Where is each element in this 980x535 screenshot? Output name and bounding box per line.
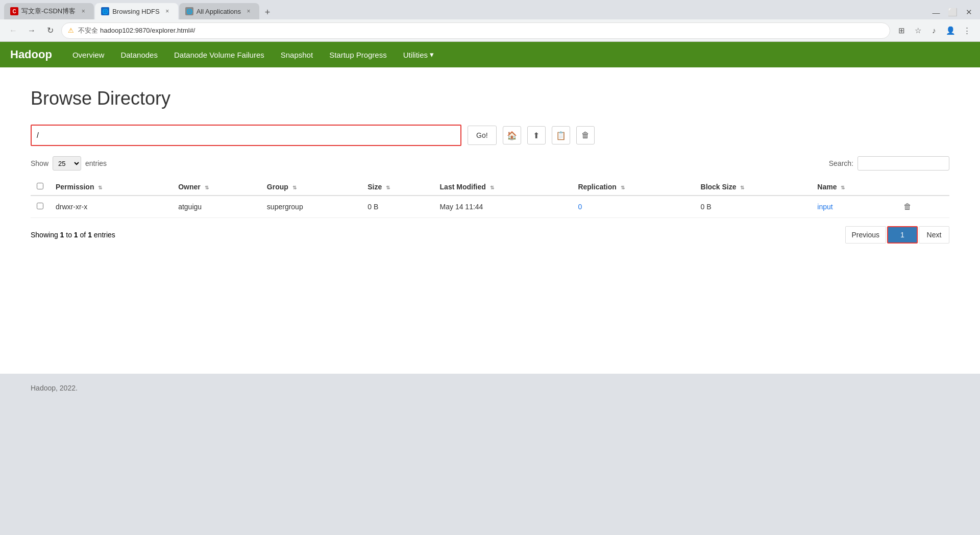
showing-text: Showing 1 to 1 of 1 entries [31, 231, 115, 239]
mkdir-icon: 📋 [556, 131, 566, 140]
tab-favicon-apps: 🌐 [185, 7, 193, 15]
tab-hdfs[interactable]: 🌐 Browsing HDFS × [95, 3, 178, 19]
tab-favicon-csdn: C [10, 7, 18, 15]
new-tab-button[interactable]: + [260, 5, 275, 19]
tab-all-apps[interactable]: 🌐 All Applications × [179, 3, 259, 19]
previous-button[interactable]: Previous [845, 226, 886, 244]
profile-button[interactable]: 👤 [943, 23, 958, 38]
row-name: input [811, 196, 894, 218]
select-all-checkbox[interactable] [37, 183, 43, 189]
go-button[interactable]: Go! [468, 126, 497, 145]
table-row: drwxr-xr-x atguigu supergroup 0 B May 14… [31, 196, 949, 218]
translate-button[interactable]: ⊞ [894, 23, 909, 38]
menu-button[interactable]: ⋮ [960, 23, 974, 38]
delete-row-button[interactable]: 🗑 [900, 201, 915, 212]
tab-close-apps[interactable]: × [244, 7, 253, 16]
col-header-last-modified[interactable]: Last Modified ⇅ [434, 179, 572, 196]
tab-close-hdfs[interactable]: × [163, 7, 172, 16]
home-icon-button[interactable]: 🏠 [503, 126, 521, 144]
bookmark-button[interactable]: ☆ [911, 23, 925, 38]
show-label: Show [31, 159, 48, 167]
nav-startup-progress[interactable]: Startup Progress [321, 42, 395, 67]
entries-select[interactable]: 10 25 50 100 [53, 156, 81, 171]
footer-text: Hadoop, 2022. [31, 384, 78, 392]
row-delete-cell: 🗑 [894, 196, 949, 218]
tab-csdn[interactable]: C 写文章-CSDN博客 × [4, 3, 94, 19]
tab-title-hdfs: Browsing HDFS [112, 8, 159, 15]
pagination-buttons: Previous 1 Next [845, 226, 949, 244]
minimize-button[interactable]: — [929, 5, 943, 19]
sort-icon-last-modified: ⇅ [490, 185, 494, 190]
col-header-owner[interactable]: Owner ⇅ [172, 179, 261, 196]
col-header-size[interactable]: Size ⇅ [361, 179, 433, 196]
table-header-row: Permission ⇅ Owner ⇅ Group ⇅ Size ⇅ [31, 179, 949, 196]
upload-icon-button[interactable]: ⬆ [527, 126, 546, 144]
trash-icon-button[interactable]: 🗑 [576, 126, 595, 144]
home-icon: 🏠 [507, 131, 517, 140]
pagination-row: Showing 1 to 1 of 1 entries Previous 1 N… [31, 226, 949, 244]
path-input-wrapper [31, 125, 461, 146]
table-head: Permission ⇅ Owner ⇅ Group ⇅ Size ⇅ [31, 179, 949, 196]
col-header-name[interactable]: Name ⇅ [811, 179, 894, 196]
col-header-permission[interactable]: Permission ⇅ [50, 179, 172, 196]
dropdown-arrow-icon: ▾ [430, 50, 434, 59]
upload-icon: ⬆ [533, 131, 540, 140]
hadoop-logo: Hadoop [10, 48, 52, 61]
back-button[interactable]: ← [6, 23, 20, 38]
row-permission: drwxr-xr-x [50, 196, 172, 218]
sort-icon-permission: ⇅ [98, 185, 102, 190]
col-header-block-size[interactable]: Block Size ⇅ [695, 179, 812, 196]
sort-icon-owner: ⇅ [205, 185, 209, 190]
replication-link[interactable]: 0 [578, 203, 582, 211]
sort-icon-name: ⇅ [841, 185, 845, 190]
insecure-icon: ⚠ [68, 27, 74, 34]
nav-overview[interactable]: Overview [64, 42, 113, 67]
sort-icon-replication: ⇅ [621, 185, 625, 190]
table-body: drwxr-xr-x atguigu supergroup 0 B May 14… [31, 196, 949, 218]
col-header-group[interactable]: Group ⇅ [261, 179, 361, 196]
page-title: Browse Directory [31, 88, 949, 109]
row-group: supergroup [261, 196, 361, 218]
next-button[interactable]: Next [919, 226, 949, 244]
name-link[interactable]: input [817, 203, 832, 211]
row-checkbox[interactable] [37, 203, 43, 209]
address-input[interactable] [100, 27, 884, 34]
main-content: Browse Directory Go! 🏠 ⬆ 📋 🗑 Show [0, 67, 980, 374]
footer: Hadoop, 2022. [0, 374, 980, 402]
row-last-modified: May 14 11:44 [434, 196, 572, 218]
row-block-size: 0 B [695, 196, 812, 218]
path-input[interactable] [32, 126, 460, 145]
tab-close-csdn[interactable]: × [79, 7, 88, 16]
select-all-header [31, 179, 50, 196]
search-label: Search: [829, 159, 853, 167]
row-checkbox-cell [31, 196, 50, 218]
media-button[interactable]: ♪ [927, 23, 941, 38]
mkdir-icon-button[interactable]: 📋 [552, 126, 570, 144]
nav-utilities[interactable]: Utilities ▾ [395, 42, 442, 67]
row-size: 0 B [361, 196, 433, 218]
sort-icon-block-size: ⇅ [740, 185, 744, 190]
row-owner: atguigu [172, 196, 261, 218]
tab-title-apps: All Applications [197, 8, 241, 15]
browser-actions: ⊞ ☆ ♪ 👤 ⋮ [894, 23, 974, 38]
close-button[interactable]: ✕ [962, 5, 976, 19]
search-input[interactable] [857, 156, 949, 171]
sort-icon-size: ⇅ [386, 185, 390, 190]
col-header-actions [894, 179, 949, 196]
address-bar-row: ← → ↻ ⚠ 不安全 ⊞ ☆ ♪ 👤 ⋮ [0, 19, 980, 42]
forward-button[interactable]: → [24, 23, 39, 38]
maximize-button[interactable]: ⬜ [945, 5, 960, 19]
insecure-label: 不安全 [78, 26, 98, 35]
col-header-replication[interactable]: Replication ⇅ [572, 179, 694, 196]
nav-datanodes[interactable]: Datanodes [112, 42, 166, 67]
show-left: Show 10 25 50 100 entries [31, 156, 107, 171]
nav-datanode-volume-failures[interactable]: Datanode Volume Failures [166, 42, 273, 67]
tab-favicon-hdfs: 🌐 [101, 7, 109, 15]
path-row: Go! 🏠 ⬆ 📋 🗑 [31, 125, 949, 146]
nav-snapshot[interactable]: Snapshot [273, 42, 321, 67]
page-1-button[interactable]: 1 [887, 226, 918, 244]
entries-label: entries [85, 159, 107, 167]
refresh-button[interactable]: ↻ [43, 23, 57, 38]
address-bar-container[interactable]: ⚠ 不安全 [61, 22, 890, 39]
sort-icon-group: ⇅ [292, 185, 297, 190]
